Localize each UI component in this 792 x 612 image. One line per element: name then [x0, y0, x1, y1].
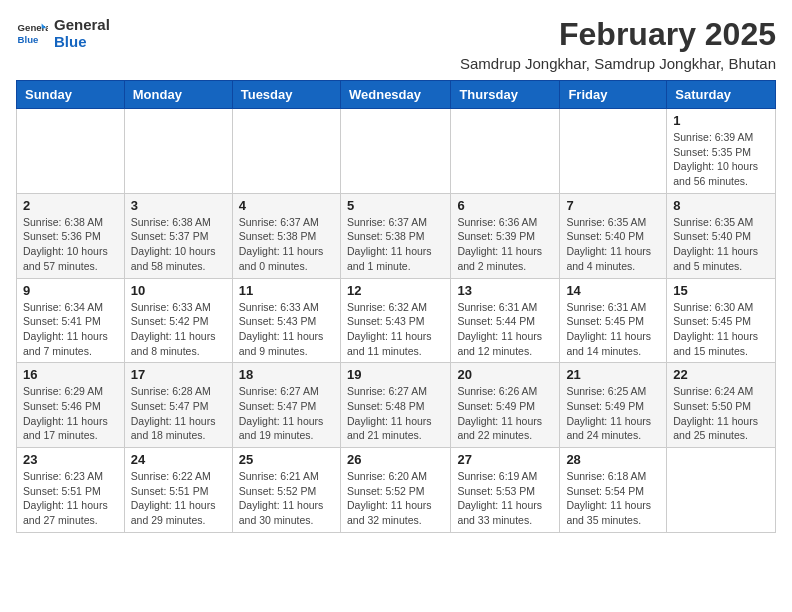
day-info: Sunrise: 6:39 AM Sunset: 5:35 PM Dayligh…: [673, 130, 769, 189]
calendar-week-row: 23Sunrise: 6:23 AM Sunset: 5:51 PM Dayli…: [17, 448, 776, 533]
calendar-cell: 12Sunrise: 6:32 AM Sunset: 5:43 PM Dayli…: [340, 278, 450, 363]
calendar-cell: 2Sunrise: 6:38 AM Sunset: 5:36 PM Daylig…: [17, 193, 125, 278]
calendar-cell: 23Sunrise: 6:23 AM Sunset: 5:51 PM Dayli…: [17, 448, 125, 533]
day-number: 6: [457, 198, 553, 213]
day-info: Sunrise: 6:38 AM Sunset: 5:37 PM Dayligh…: [131, 215, 226, 274]
day-info: Sunrise: 6:36 AM Sunset: 5:39 PM Dayligh…: [457, 215, 553, 274]
day-info: Sunrise: 6:24 AM Sunset: 5:50 PM Dayligh…: [673, 384, 769, 443]
day-number: 3: [131, 198, 226, 213]
day-info: Sunrise: 6:37 AM Sunset: 5:38 PM Dayligh…: [347, 215, 444, 274]
day-number: 21: [566, 367, 660, 382]
day-info: Sunrise: 6:26 AM Sunset: 5:49 PM Dayligh…: [457, 384, 553, 443]
day-number: 9: [23, 283, 118, 298]
calendar-header-friday: Friday: [560, 81, 667, 109]
page-title: February 2025: [460, 16, 776, 53]
calendar-cell: 5Sunrise: 6:37 AM Sunset: 5:38 PM Daylig…: [340, 193, 450, 278]
day-number: 17: [131, 367, 226, 382]
calendar-week-row: 2Sunrise: 6:38 AM Sunset: 5:36 PM Daylig…: [17, 193, 776, 278]
calendar-header-monday: Monday: [124, 81, 232, 109]
calendar-cell: 9Sunrise: 6:34 AM Sunset: 5:41 PM Daylig…: [17, 278, 125, 363]
calendar-cell: 17Sunrise: 6:28 AM Sunset: 5:47 PM Dayli…: [124, 363, 232, 448]
calendar-cell: 6Sunrise: 6:36 AM Sunset: 5:39 PM Daylig…: [451, 193, 560, 278]
day-info: Sunrise: 6:27 AM Sunset: 5:48 PM Dayligh…: [347, 384, 444, 443]
day-number: 7: [566, 198, 660, 213]
logo-blue: Blue: [54, 33, 110, 50]
day-number: 11: [239, 283, 334, 298]
day-info: Sunrise: 6:18 AM Sunset: 5:54 PM Dayligh…: [566, 469, 660, 528]
day-info: Sunrise: 6:22 AM Sunset: 5:51 PM Dayligh…: [131, 469, 226, 528]
calendar-cell: [560, 109, 667, 194]
day-info: Sunrise: 6:33 AM Sunset: 5:42 PM Dayligh…: [131, 300, 226, 359]
day-number: 4: [239, 198, 334, 213]
day-info: Sunrise: 6:33 AM Sunset: 5:43 PM Dayligh…: [239, 300, 334, 359]
calendar-header-thursday: Thursday: [451, 81, 560, 109]
calendar-cell: [232, 109, 340, 194]
day-number: 13: [457, 283, 553, 298]
day-number: 28: [566, 452, 660, 467]
day-number: 10: [131, 283, 226, 298]
calendar-cell: 16Sunrise: 6:29 AM Sunset: 5:46 PM Dayli…: [17, 363, 125, 448]
calendar-cell: 10Sunrise: 6:33 AM Sunset: 5:42 PM Dayli…: [124, 278, 232, 363]
calendar-cell: 8Sunrise: 6:35 AM Sunset: 5:40 PM Daylig…: [667, 193, 776, 278]
calendar-cell: 27Sunrise: 6:19 AM Sunset: 5:53 PM Dayli…: [451, 448, 560, 533]
calendar-cell: 22Sunrise: 6:24 AM Sunset: 5:50 PM Dayli…: [667, 363, 776, 448]
calendar-header-saturday: Saturday: [667, 81, 776, 109]
day-number: 14: [566, 283, 660, 298]
svg-text:Blue: Blue: [18, 34, 39, 45]
calendar-cell: 4Sunrise: 6:37 AM Sunset: 5:38 PM Daylig…: [232, 193, 340, 278]
day-number: 2: [23, 198, 118, 213]
day-number: 18: [239, 367, 334, 382]
day-info: Sunrise: 6:35 AM Sunset: 5:40 PM Dayligh…: [673, 215, 769, 274]
calendar-cell: 28Sunrise: 6:18 AM Sunset: 5:54 PM Dayli…: [560, 448, 667, 533]
page-subtitle: Samdrup Jongkhar, Samdrup Jongkhar, Bhut…: [460, 55, 776, 72]
logo-icon: General Blue: [16, 17, 48, 49]
logo: General Blue General Blue: [16, 16, 110, 50]
day-info: Sunrise: 6:31 AM Sunset: 5:44 PM Dayligh…: [457, 300, 553, 359]
day-number: 5: [347, 198, 444, 213]
day-number: 23: [23, 452, 118, 467]
calendar-header-row: SundayMondayTuesdayWednesdayThursdayFrid…: [17, 81, 776, 109]
day-info: Sunrise: 6:37 AM Sunset: 5:38 PM Dayligh…: [239, 215, 334, 274]
day-info: Sunrise: 6:27 AM Sunset: 5:47 PM Dayligh…: [239, 384, 334, 443]
day-info: Sunrise: 6:20 AM Sunset: 5:52 PM Dayligh…: [347, 469, 444, 528]
calendar-cell: 14Sunrise: 6:31 AM Sunset: 5:45 PM Dayli…: [560, 278, 667, 363]
calendar-cell: 20Sunrise: 6:26 AM Sunset: 5:49 PM Dayli…: [451, 363, 560, 448]
day-info: Sunrise: 6:32 AM Sunset: 5:43 PM Dayligh…: [347, 300, 444, 359]
calendar-cell: [17, 109, 125, 194]
calendar-cell: 21Sunrise: 6:25 AM Sunset: 5:49 PM Dayli…: [560, 363, 667, 448]
calendar-cell: 11Sunrise: 6:33 AM Sunset: 5:43 PM Dayli…: [232, 278, 340, 363]
calendar-cell: 13Sunrise: 6:31 AM Sunset: 5:44 PM Dayli…: [451, 278, 560, 363]
calendar-cell: [451, 109, 560, 194]
calendar-header-wednesday: Wednesday: [340, 81, 450, 109]
calendar-cell: 3Sunrise: 6:38 AM Sunset: 5:37 PM Daylig…: [124, 193, 232, 278]
day-number: 24: [131, 452, 226, 467]
day-info: Sunrise: 6:38 AM Sunset: 5:36 PM Dayligh…: [23, 215, 118, 274]
day-number: 26: [347, 452, 444, 467]
day-number: 15: [673, 283, 769, 298]
calendar-cell: 26Sunrise: 6:20 AM Sunset: 5:52 PM Dayli…: [340, 448, 450, 533]
calendar-cell: 24Sunrise: 6:22 AM Sunset: 5:51 PM Dayli…: [124, 448, 232, 533]
day-info: Sunrise: 6:30 AM Sunset: 5:45 PM Dayligh…: [673, 300, 769, 359]
calendar-cell: [340, 109, 450, 194]
day-info: Sunrise: 6:21 AM Sunset: 5:52 PM Dayligh…: [239, 469, 334, 528]
calendar-header-sunday: Sunday: [17, 81, 125, 109]
day-number: 27: [457, 452, 553, 467]
day-number: 12: [347, 283, 444, 298]
day-info: Sunrise: 6:25 AM Sunset: 5:49 PM Dayligh…: [566, 384, 660, 443]
calendar-cell: 1Sunrise: 6:39 AM Sunset: 5:35 PM Daylig…: [667, 109, 776, 194]
calendar-cell: [667, 448, 776, 533]
calendar-table: SundayMondayTuesdayWednesdayThursdayFrid…: [16, 80, 776, 533]
day-number: 25: [239, 452, 334, 467]
calendar-week-row: 1Sunrise: 6:39 AM Sunset: 5:35 PM Daylig…: [17, 109, 776, 194]
day-number: 19: [347, 367, 444, 382]
day-info: Sunrise: 6:23 AM Sunset: 5:51 PM Dayligh…: [23, 469, 118, 528]
calendar-cell: 18Sunrise: 6:27 AM Sunset: 5:47 PM Dayli…: [232, 363, 340, 448]
day-number: 1: [673, 113, 769, 128]
day-number: 16: [23, 367, 118, 382]
day-number: 22: [673, 367, 769, 382]
day-info: Sunrise: 6:35 AM Sunset: 5:40 PM Dayligh…: [566, 215, 660, 274]
day-info: Sunrise: 6:19 AM Sunset: 5:53 PM Dayligh…: [457, 469, 553, 528]
title-section: February 2025 Samdrup Jongkhar, Samdrup …: [460, 16, 776, 72]
calendar-cell: [124, 109, 232, 194]
day-number: 8: [673, 198, 769, 213]
